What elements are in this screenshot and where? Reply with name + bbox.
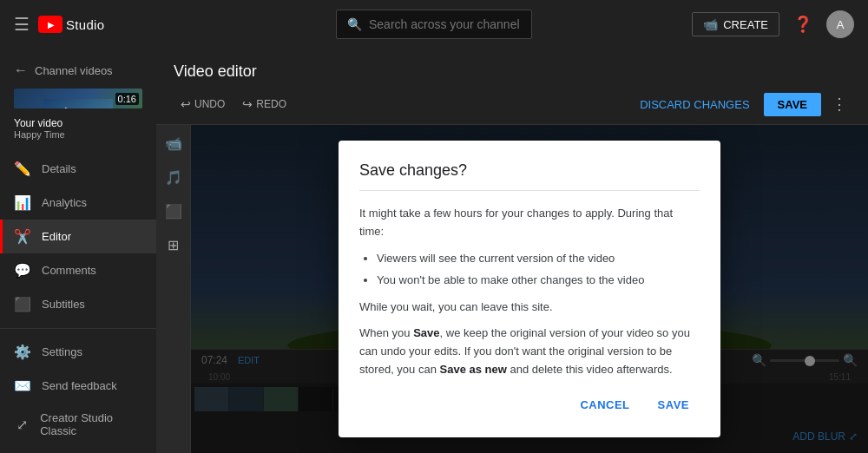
- back-label: Channel videos: [35, 64, 113, 77]
- modal-bullet-1: Viewers will see the current version of …: [377, 250, 700, 268]
- subtitles-label: Subtitles: [42, 298, 85, 311]
- sidebar-item-editor[interactable]: ✂️ Editor: [0, 220, 156, 253]
- modal-save-pre: When you: [359, 326, 413, 339]
- modal-title: Save changes?: [359, 161, 700, 180]
- modal-save-post: and delete this video afterwards.: [507, 363, 673, 376]
- nav-left: ☰ Studio: [14, 14, 104, 35]
- page-title: Video editor: [174, 62, 851, 81]
- avatar[interactable]: A: [826, 10, 854, 38]
- sidebar-nav: ✏️ Details 📊 Analytics ✂️ Editor 💬 Comme…: [0, 152, 156, 321]
- discard-button[interactable]: DISCARD CHANGES: [633, 95, 756, 115]
- modal-wait-text: While you wait, you can leave this site.: [359, 299, 700, 317]
- video-label: Your video: [14, 117, 142, 129]
- redo-label: REDO: [256, 98, 286, 110]
- modal-save-bold2: Save as new: [440, 363, 507, 376]
- thumb-duration: 0:16: [115, 93, 139, 105]
- sidebar-item-comments[interactable]: 💬 Comments: [0, 253, 156, 287]
- thumb-svg: [43, 99, 113, 108]
- analytics-icon: 📊: [14, 194, 31, 211]
- classic-icon: ⤢: [14, 417, 30, 433]
- content-header: Video editor ↩ UNDO ↪ REDO DISCARD CHANG…: [156, 49, 868, 125]
- settings-icon: ⚙️: [14, 344, 31, 360]
- toolbar-right: DISCARD CHANGES SAVE ⋮: [633, 91, 851, 117]
- studio-label: Studio: [66, 17, 104, 32]
- modal-cancel-button[interactable]: CANCEL: [569, 393, 640, 417]
- sidebar-item-subtitles[interactable]: ⬛ Subtitles: [0, 287, 156, 321]
- sidebar-item-feedback[interactable]: ✉️ Send feedback: [0, 369, 156, 403]
- details-label: Details: [42, 162, 76, 175]
- back-arrow-icon: ←: [14, 62, 28, 78]
- settings-label: Settings: [42, 345, 82, 358]
- create-label: CREATE: [723, 18, 768, 31]
- redo-button[interactable]: ↪ REDO: [235, 94, 293, 115]
- topnav: ☰ Studio 🔍 📹 CREATE ❓ A: [0, 0, 868, 49]
- avatar-initial: A: [837, 18, 845, 31]
- more-options-icon[interactable]: ⋮: [828, 91, 851, 117]
- undo-button[interactable]: ↩ UNDO: [174, 94, 232, 115]
- video-tool-icon[interactable]: 📹: [161, 132, 186, 155]
- youtube-icon: [38, 16, 62, 33]
- video-info: Your video Happy Time: [0, 112, 156, 145]
- caption-tool-icon[interactable]: ⬛: [161, 200, 186, 223]
- search-icon: 🔍: [347, 17, 362, 31]
- comments-label: Comments: [42, 264, 96, 277]
- editor-area: 📹 🎵 ⬛ ⊞: [156, 125, 868, 453]
- redo-icon: ↪: [242, 97, 253, 111]
- save-toolbar-button[interactable]: SAVE: [764, 93, 821, 116]
- subtitles-icon: ⬛: [14, 296, 31, 312]
- sidebar-item-analytics[interactable]: 📊 Analytics: [0, 186, 156, 220]
- content-area: Video editor ↩ UNDO ↪ REDO DISCARD CHANG…: [156, 49, 868, 453]
- details-icon: ✏️: [14, 161, 31, 177]
- feedback-icon: ✉️: [14, 378, 31, 394]
- modal-save-bold1: Save: [413, 326, 439, 339]
- modal-bullet-2: You won't be able to make other changes …: [377, 272, 700, 290]
- modal-save-button[interactable]: SAVE: [648, 393, 700, 417]
- video-name: Happy Time: [14, 129, 142, 140]
- help-icon[interactable]: ❓: [793, 15, 812, 34]
- modal-divider: [359, 190, 700, 191]
- grid-tool-icon[interactable]: ⊞: [164, 233, 182, 257]
- sidebar: ← Channel videos: [0, 49, 156, 453]
- editor-left-tools: 📹 🎵 ⬛ ⊞: [156, 125, 191, 453]
- modal-overlay: Save changes? It might take a few hours …: [191, 125, 868, 453]
- editor-main: 07:24 EDIT 🔍 🔍 10:00 15:11: [191, 125, 868, 453]
- yt-logo: Studio: [38, 16, 104, 33]
- comments-icon: 💬: [14, 262, 31, 279]
- classic-label: Creator Studio Classic: [40, 411, 142, 437]
- modal-actions: CANCEL SAVE: [359, 393, 700, 417]
- editor-icon: ✂️: [14, 228, 31, 245]
- create-button[interactable]: 📹 CREATE: [692, 12, 779, 36]
- modal-body: It might take a few hours for your chang…: [359, 205, 700, 378]
- sidebar-item-classic[interactable]: ⤢ Creator Studio Classic: [0, 403, 156, 446]
- search-bar[interactable]: 🔍: [336, 10, 532, 39]
- nav-right: 📹 CREATE ❓ A: [692, 10, 854, 38]
- analytics-label: Analytics: [42, 196, 87, 209]
- search-input[interactable]: [369, 17, 521, 31]
- sidebar-bottom: ⚙️ Settings ✉️ Send feedback ⤢ Creator S…: [0, 335, 156, 446]
- sidebar-item-settings[interactable]: ⚙️ Settings: [0, 335, 156, 369]
- sidebar-item-details[interactable]: ✏️ Details: [0, 152, 156, 186]
- modal-intro: It might take a few hours for your chang…: [359, 205, 700, 241]
- editor-label: Editor: [42, 230, 71, 243]
- camera-icon: 📹: [703, 17, 718, 31]
- modal-bullet-list: Viewers will see the current version of …: [377, 250, 700, 290]
- save-dialog: Save changes? It might take a few hours …: [339, 141, 720, 437]
- undo-icon: ↩: [181, 97, 191, 111]
- main-layout: ← Channel videos: [0, 49, 868, 453]
- modal-save-note: When you Save, we keep the original vers…: [359, 325, 700, 378]
- music-tool-icon[interactable]: 🎵: [161, 166, 186, 189]
- feedback-label: Send feedback: [42, 379, 117, 392]
- menu-icon[interactable]: ☰: [14, 14, 30, 35]
- undo-label: UNDO: [194, 98, 225, 110]
- video-thumbnail[interactable]: 0:16: [14, 89, 142, 108]
- toolbar: ↩ UNDO ↪ REDO DISCARD CHANGES SAVE ⋮: [174, 91, 851, 124]
- sidebar-back[interactable]: ← Channel videos: [0, 56, 156, 85]
- svg-rect-0: [43, 99, 113, 108]
